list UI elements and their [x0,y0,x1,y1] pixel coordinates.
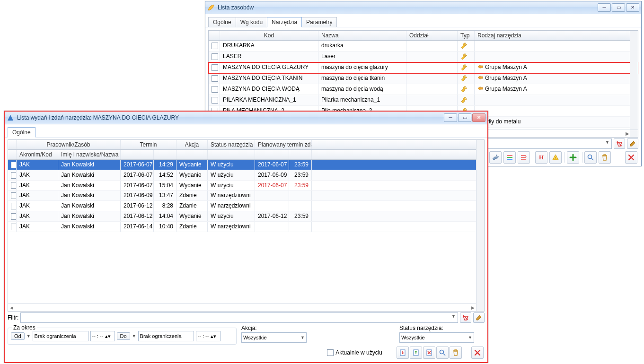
issue-row[interactable]: JAKJan Kowalski2017-06-1410:40ZdanieW na… [8,222,484,232]
row-checkbox[interactable] [11,172,17,179]
status-label: Status narzędzia: [399,325,485,331]
tab-parametry[interactable]: Parametry [301,17,337,27]
period-to-time[interactable]: -- : --▴▾ [196,331,221,341]
row-checkbox[interactable] [11,224,17,230]
resource-row[interactable]: LASERLaser [209,52,638,62]
filter-settings-button[interactable] [473,312,485,323]
row-checkbox[interactable] [11,182,17,189]
row-checkbox[interactable] [11,213,17,220]
filter-clear-button[interactable] [614,139,625,149]
close-button[interactable]: ✕ [472,113,485,122]
resource-row[interactable]: DRUKARKAdrukarka [209,41,638,52]
tab-narzędzia[interactable]: Narzędzia [267,17,302,27]
separator [565,152,565,163]
grid-header-subcols: Akronim/Kod Imię i nazwisko/Nazwa [8,150,484,160]
issue-row[interactable]: JAKJan Kowalski2017-06-0715:04WydanieW u… [8,181,484,191]
svg-point-12 [440,350,444,354]
issue-row[interactable]: JAKJan Kowalski2017-06-0714:52WydanieW u… [8,170,484,181]
window-title: Lista wydań i zdań narzędzia: MASZYNA DO… [17,112,444,124]
close-list-button[interactable] [625,151,637,164]
filter-clear-button[interactable] [460,312,471,323]
row-checkbox[interactable] [212,64,218,71]
separator [533,152,533,163]
row-checkbox[interactable] [11,203,17,209]
list-remove-button[interactable]: − [518,151,530,164]
minimize-button[interactable]: ─ [598,3,611,12]
period-group: Za okres Od ▼ Brak ograniczenia -- : --▴… [8,328,237,345]
period-legend: Za okres [12,324,37,331]
tab-ogólne[interactable]: Ogólne [8,127,35,137]
period-from-time[interactable]: -- : --▴▾ [90,331,115,341]
vertical-scrollbar[interactable] [630,31,638,137]
svg-rect-5 [521,159,526,160]
row-checkbox[interactable] [212,43,218,49]
titlebar[interactable]: Lista zasobów ─ ▭ ✕ [205,1,641,14]
period-from-limit[interactable]: Brak ograniczenia [33,331,88,341]
history-button[interactable]: H [535,151,547,164]
checkbox-icon [327,349,334,356]
vertical-scrollbar[interactable] [476,140,484,311]
warning-button[interactable]: ! [549,151,562,164]
row-checkbox[interactable] [212,53,218,60]
resources-grid-header: Kod Nazwa Oddział Typ Rodzaj narzędzia [209,31,638,41]
app-icon [207,4,215,11]
row-checkbox[interactable] [11,162,17,168]
currently-in-use-check[interactable]: Aktualnie w użyciu [327,349,382,356]
resource-row[interactable]: MASZYNA DO CIĘCIA WODĄmaszyna do cięcia … [209,84,638,95]
delete-button[interactable] [450,347,462,359]
minimize-button[interactable]: ─ [444,113,457,122]
tool-issues-window: Lista wydań i zdań narzędzia: MASZYNA DO… [4,111,488,363]
status-select[interactable]: Wszystkie▼ [399,332,474,343]
grid-header-groups: Pracownik/Zasób Termin Akcja Status narz… [8,140,484,150]
list-colored-button[interactable] [503,151,516,164]
row-checkbox[interactable] [212,75,218,82]
svg-rect-0 [507,155,512,156]
doc-cancel-button[interactable] [423,347,435,359]
period-to-button[interactable]: Do [117,332,130,340]
import-button[interactable] [397,347,409,359]
resource-row[interactable]: MASZYNA DO CIECIA GLAZURYmaszyna do cięc… [209,62,638,73]
filter-input[interactable]: ▼ [20,312,458,323]
issue-row[interactable]: JAKJan Kowalski2017-06-0913:47ZdanieW na… [8,191,484,201]
svg-rect-2 [507,159,512,160]
tab-ogólne[interactable]: Ogólne [208,17,236,27]
filter-label: Filtr: [8,314,18,321]
resource-row[interactable]: MASZYNA DO CIĘCIA TKANINmaszyna do cięci… [209,73,638,84]
tab-wg-kodu[interactable]: Wg kodu [236,17,267,27]
row-checkbox[interactable] [212,86,218,93]
issue-row[interactable]: JAKJan Kowalski2017-06-0714:29WydanieW u… [8,160,484,170]
row-checkbox[interactable] [212,97,218,104]
close-window-button[interactable] [471,347,484,359]
period-from-button[interactable]: Od [11,332,25,340]
filter-settings-button[interactable] [627,139,638,149]
issue-row[interactable]: JAKJan Kowalski2017-06-128:28ZdanieW nar… [8,201,484,211]
close-button[interactable]: ✕ [626,3,639,12]
titlebar[interactable]: Lista wydań i zdań narzędzia: MASZYNA DO… [5,112,487,124]
issue-row[interactable]: JAKJan Kowalski2017-06-1214:04WydanieW u… [8,211,484,222]
export-button[interactable] [410,347,422,359]
svg-text:−: − [525,154,527,158]
action-label: Akcja: [241,325,326,331]
maximize-button[interactable]: ▭ [458,113,471,122]
period-to-limit[interactable]: Brak ograniczenia [138,331,194,341]
add-button[interactable] [567,151,579,164]
separator [582,152,582,163]
search-button[interactable] [584,151,597,164]
tool-maintenance-button[interactable] [489,151,502,164]
search-button[interactable] [436,347,449,359]
svg-text:!: ! [555,156,556,160]
action-select[interactable]: Wszystkie▼ [241,332,307,343]
app-icon [7,114,14,121]
svg-point-8 [588,155,592,159]
window-title: Lista zasobów [218,1,598,14]
svg-rect-1 [507,157,512,158]
resource-row[interactable]: PILARKA MECHANICZNA_1Pilarka mechaniczna… [209,95,638,106]
row-checkbox[interactable] [11,192,17,199]
maximize-button[interactable]: ▭ [612,3,625,12]
delete-button[interactable] [599,151,611,164]
